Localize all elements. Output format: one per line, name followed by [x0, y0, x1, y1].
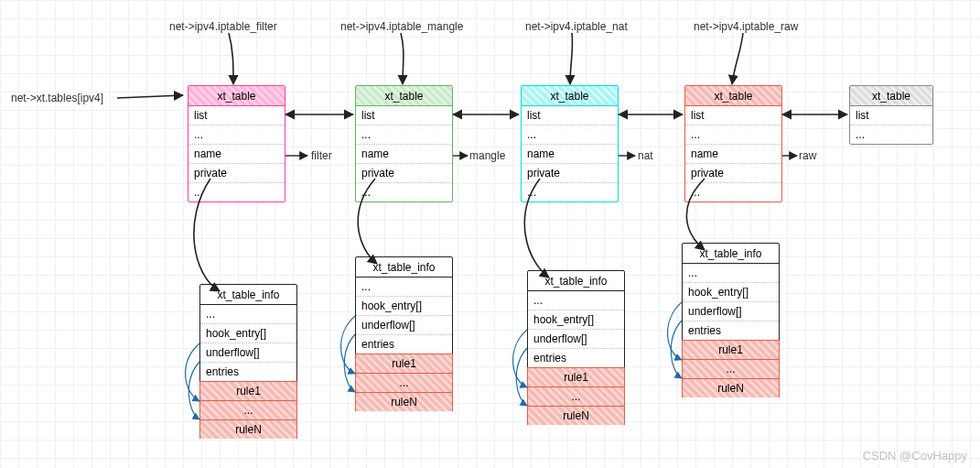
- xt-row-dots: ...: [850, 125, 932, 144]
- info-header: xt_table_info: [356, 257, 452, 278]
- xt-row-name: name: [685, 145, 781, 164]
- xt-row-private: private: [356, 164, 452, 183]
- info-row-dots: ...: [200, 305, 296, 324]
- xt-row-private: private: [522, 164, 618, 183]
- info-row-underflow: underflow[]: [528, 330, 624, 349]
- xt-table-nat: xt_table list ... name private ...: [521, 85, 619, 202]
- xt-row-dots: ...: [356, 125, 452, 145]
- xt-row-dots: ...: [685, 125, 781, 145]
- info-row-underflow: underflow[]: [683, 302, 779, 321]
- info-ruleN: ruleN: [199, 419, 297, 439]
- info-rule1: rule1: [682, 340, 780, 360]
- info-ruleN: ruleN: [355, 392, 453, 411]
- xt-row-list: list: [188, 106, 285, 125]
- xt-table-info-raw: xt_table_info ... hook_entry[] underflow…: [682, 243, 780, 397]
- xt-row-name: name: [356, 145, 452, 164]
- xt-table-info-nat: xt_table_info ... hook_entry[] underflow…: [527, 270, 625, 425]
- xt-table-filter: xt_table list ... name private ...: [188, 85, 285, 202]
- xt-table-tail: xt_table list ...: [849, 85, 933, 145]
- info-ruleN: ruleN: [682, 378, 780, 397]
- xt-row-dots: ...: [522, 125, 618, 145]
- info-header: xt_table_info: [200, 285, 296, 305]
- label-iptable-mangle: net->ipv4.iptable_mangle: [340, 20, 463, 33]
- info-rule-dots: ...: [682, 359, 780, 379]
- label-xt-tables-ipv4: net->xt.tables[ipv4]: [11, 92, 103, 104]
- info-row-entries: entries: [200, 363, 296, 382]
- info-row-entries: entries: [528, 349, 624, 368]
- xt-table-info-mangle: xt_table_info ... hook_entry[] underflow…: [355, 256, 453, 411]
- xt-row-private: private: [188, 164, 285, 183]
- xt-row-name: name: [522, 145, 618, 164]
- xt-table-header: xt_table: [522, 86, 618, 106]
- xt-row-list: list: [356, 106, 452, 125]
- xt-row-list: list: [685, 106, 781, 125]
- grid-background: [0, 0, 980, 468]
- label-iptable-filter: net->ipv4.iptable_filter: [169, 20, 277, 33]
- info-row-hook-entry: hook_entry[]: [356, 297, 452, 316]
- xt-table-raw: xt_table list ... name private ...: [684, 85, 782, 202]
- label-iptable-raw: net->ipv4.iptable_raw: [694, 20, 798, 33]
- info-row-hook-entry: hook_entry[]: [200, 324, 296, 343]
- info-rule-dots: ...: [527, 386, 625, 407]
- name-value-filter: filter: [311, 149, 332, 162]
- xt-table-header: xt_table: [188, 86, 285, 106]
- info-rule-dots: ...: [355, 373, 453, 393]
- name-value-raw: raw: [799, 149, 816, 162]
- xt-row-private: private: [685, 164, 781, 183]
- info-rule-dots: ...: [199, 400, 297, 420]
- xt-row-name: name: [188, 145, 285, 164]
- info-row-dots: ...: [356, 278, 452, 297]
- xt-table-header: xt_table: [685, 86, 781, 106]
- xt-row-dots2: ...: [356, 183, 452, 201]
- xt-row-dots: ...: [188, 125, 285, 145]
- info-row-hook-entry: hook_entry[]: [683, 283, 779, 302]
- info-row-dots: ...: [528, 291, 624, 310]
- info-rule1: rule1: [199, 381, 297, 401]
- watermark: CSDN @CovHappy: [863, 449, 967, 463]
- xt-row-dots2: ...: [188, 183, 285, 201]
- info-row-underflow: underflow[]: [356, 316, 452, 335]
- xt-table-info-filter: xt_table_info ... hook_entry[] underflow…: [199, 284, 297, 439]
- xt-row-list: list: [522, 106, 618, 125]
- info-rule1: rule1: [527, 367, 625, 387]
- info-header: xt_table_info: [683, 244, 779, 264]
- info-row-dots: ...: [683, 264, 779, 283]
- info-row-hook-entry: hook_entry[]: [528, 310, 624, 330]
- info-rule1: rule1: [355, 354, 453, 374]
- name-value-mangle: mangle: [469, 149, 505, 162]
- xt-row-dots2: ...: [522, 183, 618, 201]
- label-iptable-nat: net->ipv4.iptable_nat: [525, 20, 628, 33]
- info-header: xt_table_info: [528, 271, 624, 291]
- xt-row-dots2: ...: [685, 183, 781, 201]
- info-row-entries: entries: [356, 335, 452, 354]
- info-ruleN: ruleN: [527, 406, 625, 425]
- info-row-entries: entries: [683, 321, 779, 341]
- xt-table-header: xt_table: [850, 86, 932, 106]
- xt-table-mangle: xt_table list ... name private ...: [355, 85, 453, 202]
- name-value-nat: nat: [638, 149, 653, 162]
- info-row-underflow: underflow[]: [200, 343, 296, 363]
- xt-table-header: xt_table: [356, 86, 452, 106]
- xt-row-list: list: [850, 106, 932, 125]
